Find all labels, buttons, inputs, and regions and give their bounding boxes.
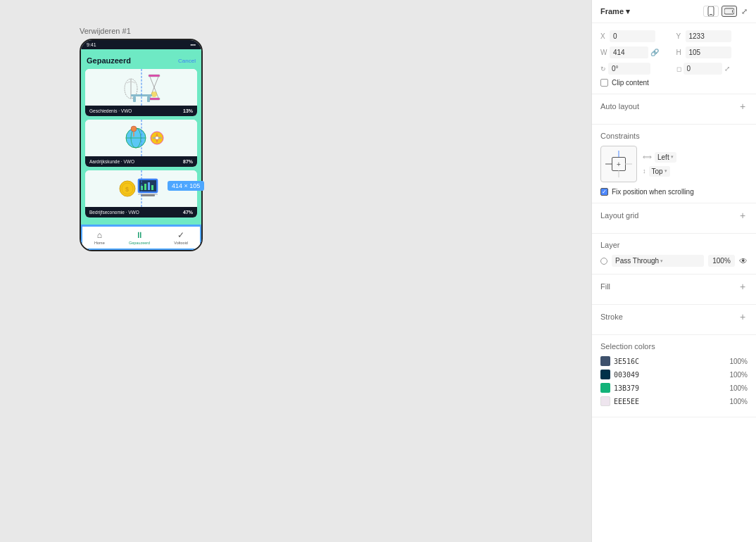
- color-hex-1: 003049: [614, 371, 639, 379]
- landscape-frame-btn[interactable]: [722, 6, 737, 17]
- color-row-0[interactable]: 3E516C 100%: [600, 356, 748, 366]
- right-panel: Frame ▾ ⤢ X: [591, 0, 756, 542]
- dashed-line-1: [141, 120, 141, 156]
- svg-rect-25: [148, 182, 150, 190]
- color-row-2[interactable]: 13B379 100%: [600, 383, 748, 393]
- color-pct-3: 100%: [729, 398, 748, 405]
- w-prop: W 🔗: [600, 46, 672, 58]
- course-name-1: Aardrijkskunde · VWO: [89, 159, 134, 164]
- y-prop: Y: [676, 30, 748, 42]
- dashed-line-2: [141, 170, 141, 207]
- color-pct-0: 100%: [729, 358, 748, 365]
- color-hex-2: 13B379: [614, 384, 639, 392]
- y-input[interactable]: [686, 30, 731, 42]
- fill-title: Fill: [600, 282, 610, 291]
- position-section: X Y W 🔗 H ↻: [592, 23, 756, 94]
- w-input[interactable]: [610, 46, 648, 58]
- color-swatch-2: [600, 383, 610, 393]
- nav-item-home[interactable]: ⌂ Home: [94, 230, 105, 245]
- constraint-h-select: ⟺ Left ▾: [643, 152, 748, 163]
- rotation-prop: ↻: [600, 63, 672, 75]
- pause-icon: ⏸: [135, 230, 144, 240]
- phone-cancel-btn[interactable]: Cancel: [178, 58, 196, 64]
- selection-colors-header: Selection colors: [600, 342, 748, 351]
- constraint-bottom-line: [619, 170, 619, 177]
- layer-section: Layer Pass Through ▾ 100% 👁: [592, 234, 756, 275]
- auto-layout-add-btn[interactable]: +: [738, 101, 748, 111]
- layer-header: Layer: [600, 241, 748, 249]
- course-card-1[interactable]: Aardrijkskunde · VWO 87%: [85, 120, 197, 167]
- h-label: H: [676, 49, 683, 56]
- stroke-add-btn[interactable]: +: [738, 312, 748, 322]
- corner-expand-icon[interactable]: ⤢: [724, 65, 730, 73]
- status-icons: ▪▪▪: [191, 42, 196, 47]
- rotation-input[interactable]: [608, 63, 650, 75]
- nav-label-home: Home: [94, 241, 105, 245]
- corner-input[interactable]: [683, 63, 722, 75]
- constraint-diagram: +: [600, 146, 637, 182]
- color-hex-3: EEE5EE: [614, 398, 639, 405]
- svg-rect-30: [710, 14, 712, 15]
- layout-grid-add-btn[interactable]: +: [738, 210, 748, 220]
- color-row-1[interactable]: 003049 100%: [600, 370, 748, 379]
- constraints-visual: + ⟺ Left ▾ ↕ Top ▾: [600, 146, 748, 182]
- svg-text:$: $: [125, 186, 129, 193]
- selection-colors-title: Selection colors: [600, 342, 655, 351]
- visibility-icon[interactable]: 👁: [739, 256, 748, 266]
- nav-item-completed[interactable]: ✓ Voltooid: [174, 230, 188, 245]
- nav-item-paused[interactable]: ⏸ Gepauzeerd: [129, 230, 150, 245]
- course-pct-2: 47%: [183, 210, 193, 215]
- course-footer-2: Bedrijfseconomie · VWO 47%: [85, 207, 197, 218]
- dashed-line-0: [141, 69, 141, 106]
- constraint-selects: ⟺ Left ▾ ↕ Top ▾: [643, 152, 748, 177]
- constraint-v-icon: ↕: [643, 168, 646, 175]
- blend-mode-dropdown[interactable]: Pass Through ▾: [612, 255, 704, 267]
- course-card-0[interactable]: Geschiedenis · VWO 13%: [85, 69, 197, 116]
- opacity-input[interactable]: 100%: [708, 255, 735, 267]
- svg-rect-2: [149, 75, 160, 77]
- frame-icons: ⤢: [703, 6, 748, 17]
- fix-position-row: ✓ Fix position when scrolling: [600, 188, 748, 196]
- course-card-2[interactable]: $: [85, 170, 197, 218]
- layer-title: Layer: [600, 241, 620, 249]
- svg-rect-26: [151, 185, 153, 190]
- frame-title[interactable]: Frame ▾: [600, 7, 630, 16]
- svg-rect-6: [133, 96, 136, 102]
- stroke-header: Stroke +: [600, 312, 748, 322]
- home-icon: ⌂: [97, 230, 102, 240]
- color-row-3[interactable]: EEE5EE 100%: [600, 396, 748, 406]
- x-input[interactable]: [610, 30, 655, 42]
- blend-chevron: ▾: [660, 258, 663, 264]
- h-prop: H: [676, 46, 748, 58]
- canvas-label: Verwijderen #1: [80, 27, 131, 35]
- frame-chevron: ▾: [626, 7, 630, 16]
- phone-header: Gepauzeerd Cancel: [85, 53, 197, 69]
- check-icon: ✓: [177, 230, 184, 240]
- auto-layout-header: Auto layout +: [600, 101, 748, 111]
- y-label: Y: [676, 32, 683, 40]
- nav-label-completed: Voltooid: [174, 241, 188, 245]
- selection-colors-section: Selection colors 3E516C 100% 003049 100%…: [592, 335, 756, 417]
- course-footer-1: Aardrijkskunde · VWO 87%: [85, 156, 197, 167]
- canvas: Verwijderen #1 9:41 ▪▪▪ Gepauzeerd Cance…: [0, 0, 591, 542]
- resize-icon-btn[interactable]: ⤢: [741, 7, 748, 16]
- svg-point-17: [131, 126, 137, 132]
- svg-point-4: [151, 92, 157, 97]
- constraint-v-select: ↕ Top ▾: [643, 166, 748, 177]
- fix-position-checkbox[interactable]: ✓: [600, 188, 608, 196]
- course-pct-1: 87%: [183, 159, 193, 164]
- svg-rect-3: [149, 98, 160, 100]
- layout-grid-header: Layout grid +: [600, 210, 748, 220]
- x-label: X: [600, 32, 607, 40]
- chevron-down-icon-2: ▾: [664, 168, 667, 174]
- h-input[interactable]: [686, 46, 731, 58]
- fix-position-label: Fix position when scrolling: [612, 188, 694, 196]
- lock-icon[interactable]: 🔗: [650, 49, 659, 56]
- fill-add-btn[interactable]: +: [738, 282, 748, 291]
- clip-content-checkbox[interactable]: [600, 79, 608, 87]
- constraint-top-dropdown[interactable]: Top ▾: [649, 166, 670, 177]
- constraints-section: Constraints + ⟺ Left ▾: [592, 125, 756, 203]
- check-mark: ✓: [602, 189, 607, 195]
- phone-frame-btn[interactable]: [703, 6, 719, 17]
- constraint-left-dropdown[interactable]: Left ▾: [655, 152, 676, 163]
